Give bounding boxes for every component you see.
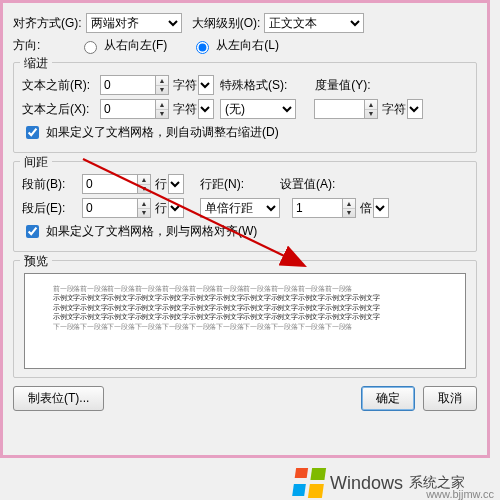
before-unit[interactable] bbox=[168, 174, 184, 194]
align-select[interactable]: 两端对齐 bbox=[86, 13, 182, 33]
setval-label: 设置值(A): bbox=[280, 176, 335, 193]
ok-button[interactable]: 确定 bbox=[361, 386, 415, 411]
unit-char: 字符 bbox=[173, 101, 197, 118]
before-label: 段前(B): bbox=[22, 176, 78, 193]
preview-line: 示例文字示例文字示例文字示例文字示例文字示例文字示例文字示例文字示例文字示例文字… bbox=[53, 293, 437, 302]
auto-indent-checkbox[interactable] bbox=[26, 126, 39, 139]
indent-after-input[interactable] bbox=[100, 99, 155, 119]
unit-char: 字符 bbox=[382, 101, 406, 118]
spacing-title: 间距 bbox=[20, 154, 52, 171]
windows-text: Windows bbox=[330, 473, 403, 494]
after-input[interactable] bbox=[82, 198, 137, 218]
outline-select[interactable]: 正文文本 bbox=[264, 13, 364, 33]
preview-line: 示例文字示例文字示例文字示例文字示例文字示例文字示例文字示例文字示例文字示例文字… bbox=[53, 303, 437, 312]
rtl-radio-input[interactable] bbox=[84, 41, 97, 54]
preview-line: 下一段落下一段落下一段落下一段落下一段落下一段落下一段落下一段落下一段落下一段落… bbox=[53, 322, 437, 331]
direction-label: 方向: bbox=[13, 37, 75, 54]
tabs-button[interactable]: 制表位(T)... bbox=[13, 386, 104, 411]
unit-line: 行 bbox=[155, 200, 167, 217]
indent-after-spinner[interactable]: ▲▼ bbox=[100, 99, 169, 119]
windows-logo-icon bbox=[292, 468, 326, 498]
indent-after-unit[interactable] bbox=[198, 99, 214, 119]
spinner-buttons[interactable]: ▲▼ bbox=[137, 198, 151, 218]
grid-align-checkbox[interactable] bbox=[26, 225, 39, 238]
spinner-buttons[interactable]: ▲▼ bbox=[155, 99, 169, 119]
special-select[interactable]: (无) bbox=[220, 99, 296, 119]
paragraph-dialog: 对齐方式(G): 两端对齐 大纲级别(O): 正文文本 方向: 从右向左(F) … bbox=[0, 0, 490, 458]
spacing-group: 间距 段前(B): ▲▼ 行 行距(N): 设置值(A): 段后(E): ▲▼ … bbox=[13, 161, 477, 252]
indent-group: 缩进 文本之前(R): ▲▼ 字符 特殊格式(S): 度量值(Y): 文本之后(… bbox=[13, 62, 477, 153]
cancel-button[interactable]: 取消 bbox=[423, 386, 477, 411]
preview-group: 预览 前一段落前一段落前一段落前一段落前一段落前一段落前一段落前一段落前一段落前… bbox=[13, 260, 477, 378]
preview-box: 前一段落前一段落前一段落前一段落前一段落前一段落前一段落前一段落前一段落前一段落… bbox=[24, 273, 466, 369]
rtl-label: 从右向左(F) bbox=[104, 37, 167, 54]
preview-line: 示例文字示例文字示例文字示例文字示例文字示例文字示例文字示例文字示例文字示例文字… bbox=[53, 312, 437, 321]
measure-spinner[interactable]: ▲▼ bbox=[314, 99, 378, 119]
spinner-buttons[interactable]: ▲▼ bbox=[364, 99, 378, 119]
rtl-radio[interactable]: 从右向左(F) bbox=[79, 37, 167, 54]
indent-before-unit[interactable] bbox=[198, 75, 214, 95]
ltr-radio[interactable]: 从左向右(L) bbox=[191, 37, 279, 54]
unit-bei: 倍 bbox=[360, 200, 372, 217]
spinner-buttons[interactable]: ▲▼ bbox=[155, 75, 169, 95]
before-spinner[interactable]: ▲▼ bbox=[82, 174, 151, 194]
preview-line: 前一段落前一段落前一段落前一段落前一段落前一段落前一段落前一段落前一段落前一段落… bbox=[53, 284, 437, 293]
button-bar: 制表位(T)... 确定 取消 bbox=[13, 386, 477, 411]
setval-unit[interactable] bbox=[373, 198, 389, 218]
special-label: 特殊格式(S): bbox=[220, 77, 287, 94]
measure-input[interactable] bbox=[314, 99, 364, 119]
indent-before-spinner[interactable]: ▲▼ bbox=[100, 75, 169, 95]
spinner-buttons[interactable]: ▲▼ bbox=[342, 198, 356, 218]
spinner-buttons[interactable]: ▲▼ bbox=[137, 174, 151, 194]
after-spinner[interactable]: ▲▼ bbox=[82, 198, 151, 218]
auto-indent-check[interactable]: 如果定义了文档网格，则自动调整右缩进(D) bbox=[22, 123, 279, 142]
before-input[interactable] bbox=[82, 174, 137, 194]
auto-indent-label: 如果定义了文档网格，则自动调整右缩进(D) bbox=[46, 124, 279, 141]
after-label: 段后(E): bbox=[22, 200, 78, 217]
grid-align-check[interactable]: 如果定义了文档网格，则与网格对齐(W) bbox=[22, 222, 257, 241]
linespace-select[interactable]: 单倍行距 bbox=[200, 198, 280, 218]
indent-before-input[interactable] bbox=[100, 75, 155, 95]
unit-char: 字符 bbox=[173, 77, 197, 94]
watermark-url: www.bjjmw.cc bbox=[426, 488, 494, 500]
after-unit[interactable] bbox=[168, 198, 184, 218]
ltr-radio-input[interactable] bbox=[196, 41, 209, 54]
unit-line: 行 bbox=[155, 176, 167, 193]
measure-label: 度量值(Y): bbox=[315, 77, 370, 94]
align-label: 对齐方式(G): bbox=[13, 15, 82, 32]
grid-align-label: 如果定义了文档网格，则与网格对齐(W) bbox=[46, 223, 257, 240]
linespace-label: 行距(N): bbox=[200, 176, 244, 193]
preview-title: 预览 bbox=[20, 253, 52, 270]
outline-label: 大纲级别(O): bbox=[192, 15, 261, 32]
ltr-label: 从左向右(L) bbox=[216, 37, 279, 54]
setval-spinner[interactable]: ▲▼ bbox=[292, 198, 356, 218]
indent-title: 缩进 bbox=[20, 55, 52, 72]
setval-input[interactable] bbox=[292, 198, 342, 218]
indent-before-label: 文本之前(R): bbox=[22, 77, 96, 94]
measure-unit[interactable] bbox=[407, 99, 423, 119]
indent-after-label: 文本之后(X): bbox=[22, 101, 96, 118]
